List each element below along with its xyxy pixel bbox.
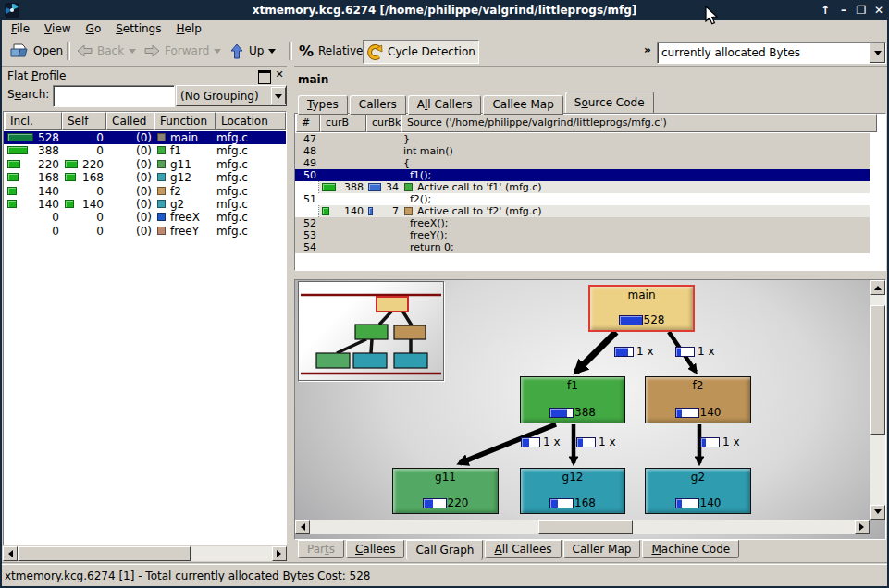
scroll-right-button[interactable]	[272, 546, 287, 561]
tab-caller-map[interactable]: Caller Map	[563, 540, 641, 558]
column-header-#[interactable]: #	[296, 114, 320, 132]
curb-value: 388	[321, 181, 364, 193]
scroll-right-button[interactable]	[855, 520, 870, 534]
forward-button[interactable]: Forward	[142, 40, 224, 62]
source-line[interactable]: 54 return 0;	[295, 241, 870, 253]
graph-node-f1[interactable]: f1388	[520, 376, 625, 423]
table-row[interactable]: 140140(0)g2mfg.c	[4, 198, 286, 211]
up-dropdown-icon[interactable]	[268, 49, 276, 57]
menu-item-go[interactable]: Go	[79, 20, 109, 37]
cycle-detection-button[interactable]: Cycle Detection	[363, 40, 479, 64]
table-row[interactable]: 168168(0)g12mfg.c	[4, 171, 286, 184]
scrollbar-thumb[interactable]	[538, 520, 633, 534]
source-line[interactable]: 50 f1();	[295, 169, 870, 181]
callee-view-tabs: PartsCalleesCall GraphAll CalleesCaller …	[298, 540, 741, 561]
column-header-function[interactable]: Function	[154, 112, 216, 130]
relative-button[interactable]: % Relative	[296, 40, 365, 62]
graph-node-main[interactable]: main528	[588, 285, 695, 332]
tab-call-graph[interactable]: Call Graph	[406, 540, 483, 560]
column-header-source[interactable]: Source ('/home/philippe/valgrind/littlep…	[401, 114, 877, 132]
menu-item-help[interactable]: Help	[168, 20, 208, 37]
table-row[interactable]: 5280(0)mainmfg.c	[4, 131, 286, 144]
graph-node-f2[interactable]: f2140	[645, 376, 751, 423]
combo-dropdown-button[interactable]	[271, 87, 286, 104]
search-input[interactable]	[53, 85, 175, 107]
combo-dropdown-button[interactable]	[870, 43, 885, 63]
open-button[interactable]: Open	[7, 40, 66, 62]
source-code-text: freeY();	[403, 229, 448, 241]
source-line[interactable]: 47}	[295, 133, 870, 145]
column-header-location[interactable]: Location	[216, 112, 286, 130]
grouping-combobox[interactable]: (No Grouping)	[176, 85, 287, 106]
source-line[interactable]: 48int main()	[295, 145, 870, 157]
source-call-annotation[interactable]: 38834Active call to 'f1' (mfg.c)	[295, 181, 870, 193]
horizontal-scrollbar[interactable]	[3, 546, 287, 561]
toolbar-overflow-chevron[interactable]: »	[644, 43, 651, 56]
tab-all-callers[interactable]: All Callers	[408, 95, 482, 115]
source-line[interactable]: 49{	[295, 157, 870, 169]
window-title: xtmemory.kcg.6274 [/home/philippe/valgri…	[0, 4, 889, 17]
up-button[interactable]: Up	[227, 40, 278, 62]
call-count-value: 1 x	[722, 435, 740, 448]
tab-callee-map[interactable]: Callee Map	[483, 95, 562, 115]
scroll-down-button[interactable]	[870, 505, 885, 520]
curbk-value: 7	[365, 205, 399, 217]
source-line[interactable]: 52 freeX();	[295, 217, 870, 229]
tab-parts[interactable]: Parts	[298, 540, 344, 558]
close-panel-icon[interactable]: ✕	[274, 70, 285, 80]
table-row[interactable]: 1400(0)f2mfg.c	[4, 185, 286, 198]
tab-source-code[interactable]: Source Code	[565, 92, 654, 113]
scroll-left-button[interactable]	[3, 546, 18, 561]
minimize-button[interactable]: –	[835, 0, 852, 20]
close-button[interactable]: ✕	[870, 0, 887, 20]
table-row[interactable]: 3880(0)f1mfg.c	[4, 144, 286, 157]
edge-call-count[interactable]: 1 x	[700, 436, 740, 447]
shade-button[interactable]: ↑	[817, 0, 833, 20]
tab-callers[interactable]: Callers	[350, 95, 406, 115]
column-header-curb[interactable]: curB	[320, 114, 366, 132]
source-line[interactable]: 51 f2();	[295, 193, 870, 205]
menu-item-file[interactable]: File	[4, 20, 37, 37]
splitter-handle[interactable]	[287, 66, 294, 566]
tab-all-callees[interactable]: All Callees	[485, 540, 561, 558]
vertical-scrollbar[interactable]	[870, 280, 885, 520]
scrollbar-thumb[interactable]	[18, 546, 191, 561]
line-number: 53	[295, 229, 316, 241]
edge-call-count[interactable]: 1 x	[675, 346, 715, 357]
forward-dropdown-icon[interactable]	[214, 49, 221, 57]
source-call-annotation[interactable]: 1407Active call to 'f2' (mfg.c)	[295, 205, 870, 217]
menu-item-settings[interactable]: Settings	[108, 20, 168, 37]
dock-titlebar[interactable]: Flat Profile ✕	[2, 67, 287, 84]
edge-call-count[interactable]: 1 x	[614, 346, 654, 357]
graph-node-g12[interactable]: g12168	[520, 468, 625, 514]
column-header-incl[interactable]: Incl.	[5, 112, 62, 130]
column-header-called[interactable]: Called	[106, 112, 154, 130]
tab-callees[interactable]: Callees	[346, 540, 404, 558]
graph-node-g11[interactable]: g11220	[392, 468, 499, 514]
graph-node-g2[interactable]: g2140	[645, 468, 751, 514]
tab-types[interactable]: Types	[298, 95, 348, 115]
table-row[interactable]: 220220(0)g11mfg.c	[4, 158, 286, 171]
back-button[interactable]: Back	[74, 40, 139, 62]
source-line[interactable]: 53 freeY();	[295, 229, 870, 241]
tab-machine-code[interactable]: Machine Code	[642, 540, 739, 558]
edge-call-count[interactable]: 1 x	[521, 436, 561, 447]
scroll-left-button[interactable]	[295, 520, 310, 534]
horizontal-scrollbar[interactable]	[295, 520, 870, 534]
scroll-up-button[interactable]	[870, 280, 885, 295]
splitter-handle[interactable]	[294, 271, 886, 279]
column-header-self[interactable]: Self	[62, 112, 106, 130]
table-row[interactable]: 00(0)freeXmfg.c	[4, 211, 286, 224]
graph-overview-minimap[interactable]	[298, 281, 444, 381]
column-header-curbk[interactable]: curBk	[366, 114, 401, 132]
back-dropdown-icon[interactable]	[129, 49, 136, 57]
maximize-button[interactable]: ❐	[853, 0, 870, 20]
title-bar[interactable]: xtmemory.kcg.6274 [/home/philippe/valgri…	[0, 0, 889, 20]
float-panel-icon[interactable]	[258, 70, 271, 84]
mouse-cursor	[705, 6, 718, 25]
edge-call-count[interactable]: 1 x	[576, 436, 616, 447]
menu-item-view[interactable]: View	[37, 20, 78, 37]
event-type-combobox[interactable]: currently allocated Bytes	[657, 42, 886, 64]
table-row[interactable]: 00(0)freeYmfg.c	[4, 225, 286, 238]
scrollbar-thumb[interactable]	[870, 305, 885, 435]
